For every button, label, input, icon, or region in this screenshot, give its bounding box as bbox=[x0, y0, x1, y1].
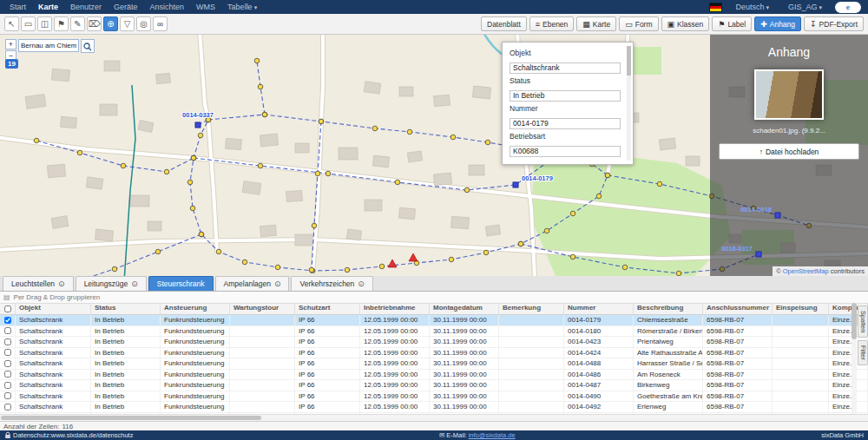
side-tab-filter[interactable]: Filter bbox=[858, 340, 868, 365]
privacy-link[interactable]: Datenschutz:www.sixdata.de/datenschutz bbox=[4, 431, 133, 439]
pdf-export-label: PDF-Export bbox=[819, 20, 858, 29]
search-button[interactable] bbox=[81, 39, 95, 53]
column-header-ansteuerung[interactable]: Ansteuerung bbox=[161, 303, 230, 314]
pan-icon: ⊕ bbox=[107, 19, 114, 29]
nav-item-karte[interactable]: Karte bbox=[32, 0, 64, 15]
account-selector[interactable]: GIS_AG▾ bbox=[782, 0, 828, 15]
nav-item-tabelle[interactable]: Tabelle▾ bbox=[221, 0, 263, 15]
cell: 6598-RB-07 bbox=[703, 348, 773, 358]
vertical-scroll-thumb[interactable] bbox=[852, 303, 857, 339]
column-header-bemerkung[interactable]: Bemerkung bbox=[499, 303, 564, 314]
field-input-betriebsart[interactable] bbox=[510, 146, 621, 157]
eye-icon[interactable]: ⊙ bbox=[358, 279, 365, 288]
column-header-schutzart[interactable]: Schutzart bbox=[295, 303, 360, 314]
row-checkbox[interactable] bbox=[4, 338, 11, 345]
table-row[interactable]: SchaltschrankIn BetriebFunkrundsteuerung… bbox=[0, 315, 868, 326]
table-row[interactable]: SchaltschrankIn BetriebFunkrundsteuerung… bbox=[0, 348, 868, 359]
table-row[interactable]: SchaltschrankIn BetriebFunkrundsteuerung… bbox=[0, 358, 868, 370]
nav-item-start[interactable]: Start bbox=[3, 0, 32, 15]
cell: 0014-0492 bbox=[564, 402, 634, 412]
select-all-checkbox[interactable] bbox=[4, 305, 11, 312]
nav-item-ansichten[interactable]: Ansichten bbox=[144, 0, 191, 15]
company-logo: e bbox=[835, 2, 861, 13]
nav-item-geräte[interactable]: Geräte bbox=[108, 0, 144, 15]
eye-icon[interactable]: ⊙ bbox=[131, 279, 138, 288]
nav-item-wms[interactable]: WMS bbox=[190, 0, 221, 15]
select-rectangle-button[interactable]: ▭ bbox=[21, 16, 36, 31]
attachment-thumbnail[interactable] bbox=[754, 69, 824, 120]
tab-leuchtstellen[interactable]: Leuchtstellen⊙ bbox=[3, 276, 74, 291]
cell: 0014-0487 bbox=[564, 380, 634, 391]
upload-file-button[interactable]: ↑ Datei hochladen bbox=[719, 143, 859, 160]
split-view-button[interactable]: ◫ bbox=[37, 16, 52, 31]
map-canvas[interactable]: Anhang schaden01.jpg. (9.9.2... ↑ Datei … bbox=[0, 35, 868, 276]
cell bbox=[499, 326, 564, 337]
form-button[interactable]: ▭Form bbox=[619, 16, 658, 31]
cell bbox=[230, 348, 295, 358]
table-row[interactable]: SchaltschrankIn BetriebFunkrundsteuerung… bbox=[0, 402, 868, 413]
table-row[interactable]: SchaltschrankIn BetriebFunkrundsteuerung… bbox=[0, 326, 868, 338]
datenblatt-button[interactable]: Datenblatt bbox=[481, 16, 527, 31]
column-header-anschlussnummer[interactable]: Anschlussnummer bbox=[703, 303, 773, 314]
group-drop-zone[interactable]: ▤ Per Drag & Drop gruppieren bbox=[0, 292, 868, 304]
cell bbox=[773, 326, 829, 337]
cell: Schaltschrank bbox=[16, 391, 91, 402]
karte-button[interactable]: ▦Karte bbox=[576, 16, 616, 31]
ebenen-button[interactable]: ≡Ebenen bbox=[529, 16, 575, 31]
cell: Funkrundsteuerung bbox=[161, 370, 230, 380]
row-checkbox[interactable] bbox=[4, 404, 11, 410]
email-link[interactable]: info@sixdata.de bbox=[469, 431, 516, 439]
table-row[interactable]: SchaltschrankIn BetriebFunkrundsteuerung… bbox=[0, 370, 868, 381]
cursor-button[interactable]: ↖ bbox=[4, 16, 19, 31]
eye-icon[interactable]: ⊙ bbox=[58, 279, 65, 288]
marker-button[interactable]: ⚑ bbox=[54, 16, 69, 31]
table-vertical-scrollbar[interactable] bbox=[852, 303, 857, 414]
column-header-objekt[interactable]: Objekt bbox=[16, 303, 91, 314]
field-input-nummer[interactable] bbox=[510, 118, 621, 129]
anhang-button[interactable]: ✚Anhang bbox=[754, 16, 801, 31]
column-header-wartungstour[interactable]: Wartungstour bbox=[230, 303, 295, 314]
nav-item-benutzer[interactable]: Benutzer bbox=[64, 0, 108, 15]
row-checkbox[interactable] bbox=[4, 382, 11, 389]
pan-button[interactable]: ⊕ bbox=[103, 16, 118, 31]
column-header-einspeisung[interactable]: Einspeisung bbox=[773, 303, 829, 314]
column-header-status[interactable]: Status bbox=[91, 303, 161, 314]
row-checkbox[interactable] bbox=[4, 327, 11, 334]
field-input-objekt[interactable] bbox=[510, 62, 621, 74]
table-row[interactable]: SchaltschrankIn BetriebFunkrundsteuerung… bbox=[0, 380, 868, 391]
row-checkbox[interactable] bbox=[4, 360, 11, 367]
klassen-button[interactable]: ▣Klassen bbox=[661, 16, 710, 31]
tab-leitungszüge[interactable]: Leitungszüge⊙ bbox=[76, 276, 147, 291]
row-checkbox[interactable] bbox=[4, 349, 11, 356]
column-header-montagedatum[interactable]: Montagedatum bbox=[430, 303, 499, 314]
openstreetmap-link[interactable]: OpenStreetMap bbox=[783, 267, 829, 275]
horizontal-scroll-thumb[interactable] bbox=[1, 416, 261, 420]
table-row[interactable]: SchaltschrankIn BetriebFunkrundsteuerung… bbox=[0, 337, 868, 348]
row-checkbox[interactable] bbox=[4, 392, 11, 399]
language-selector[interactable]: Deutsch▾ bbox=[729, 0, 775, 15]
label-button[interactable]: ⚑Label bbox=[712, 16, 752, 31]
row-checkbox[interactable] bbox=[4, 371, 11, 378]
link-button[interactable]: ∞ bbox=[153, 16, 168, 31]
edit-button[interactable]: ✎ bbox=[70, 16, 85, 31]
zoom-in-button[interactable]: + bbox=[5, 39, 16, 49]
tab-verkehrszeichen[interactable]: Verkehrszeichen⊙ bbox=[291, 276, 372, 291]
tab-steuerschrank[interactable]: Steuerschrank bbox=[148, 276, 214, 291]
tab-ampelanlagen[interactable]: Ampelanlagen⊙ bbox=[215, 276, 290, 291]
delete-button[interactable]: ⌦ bbox=[87, 16, 102, 31]
form-scrollbar-thumb[interactable] bbox=[627, 46, 631, 76]
row-checkbox[interactable] bbox=[4, 317, 11, 324]
target-button[interactable]: ◎ bbox=[136, 16, 151, 31]
form-scrollbar[interactable] bbox=[627, 46, 631, 161]
filter-button[interactable]: ▽ bbox=[120, 16, 135, 31]
pdf-export-button[interactable]: ↧PDF-Export bbox=[804, 16, 864, 31]
column-header-inbetriebnahme[interactable]: Inbetriebnahme bbox=[360, 303, 430, 314]
table-row[interactable]: SchaltschrankIn BetriebFunkrundsteuerung… bbox=[0, 391, 868, 403]
eye-icon[interactable]: ⊙ bbox=[274, 279, 281, 288]
column-header-beschreibung[interactable]: Beschreibung bbox=[634, 303, 703, 314]
field-input-status[interactable] bbox=[510, 90, 621, 102]
column-header-nummer[interactable]: Nummer bbox=[564, 303, 634, 314]
map-search-input[interactable] bbox=[18, 39, 79, 52]
side-tab-spalten[interactable]: Spalten bbox=[858, 305, 868, 338]
cell: Birkenweg bbox=[634, 380, 703, 391]
